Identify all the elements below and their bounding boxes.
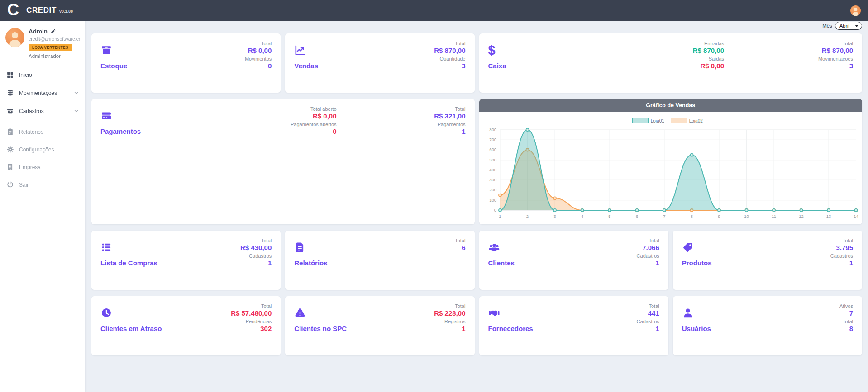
stat-label: Cadastros [240,253,272,259]
svg-text:3: 3 [553,214,556,219]
svg-text:400: 400 [489,167,496,172]
card-produtos[interactable]: Produtos Total 3.795 Cadastros 1 [673,231,862,290]
stat-label: Total [830,238,853,243]
user-menu-avatar[interactable] [850,5,861,16]
stat-value: 8 [839,325,853,332]
card-stats: Total R$ 0,00 Movimentos 0 [245,41,272,71]
user-name-row: Admin [29,28,80,35]
svg-text:2: 2 [526,214,528,219]
stat-value: 1 [434,325,465,332]
stat-label: Ativos [839,303,853,309]
card-stats: Total 7.066 Cadastros 1 [637,238,659,269]
sidebar-item-cadastros[interactable]: Cadastros [0,102,85,120]
sidebar-item-label: Empresa [19,164,41,170]
svg-text:5: 5 [608,214,610,219]
archive-icon [6,107,14,115]
svg-text:1: 1 [499,214,501,219]
card-fornecedores[interactable]: Fornecedores Total 441 Cadastros 1 [479,296,668,355]
stat-label: Entradas [693,41,724,46]
user-email: credit@anronsoftware.co... [29,36,80,42]
stat-label: Movimentos [245,56,272,61]
sidebar-item-label: Início [19,72,32,78]
stat-label: Cadastros [637,319,659,324]
stat-label: Total [434,41,465,46]
svg-text:13: 13 [826,214,831,219]
card-stats: Total R$ 870,00 Movimentações 3 [818,41,853,71]
stat-label: Total [245,41,272,46]
sidebar-menu: Início Movimentações Cadastros Relató [0,66,85,194]
svg-text:12: 12 [799,214,804,219]
stat-value: R$ 0,00 [245,47,272,54]
sidebar-item-label: Movimentações [19,90,57,96]
stat-label: Total [818,41,853,46]
svg-text:9: 9 [718,214,720,219]
stat-value: R$ 57.480,00 [231,309,272,317]
svg-text:4: 4 [581,214,583,219]
sidebar-item-label: Cadastros [19,108,44,114]
sidebar-item-empresa[interactable]: Empresa [0,158,85,176]
card-estoque[interactable]: Estoque Total R$ 0,00 Movimentos 0 [91,33,281,93]
chart-title: Gráfico de Vendas [479,99,863,112]
card-caixa[interactable]: $ Caixa Entradas R$ 870,00 Saídas R$ 0,0… [479,33,863,93]
dollar-icon: $ [488,44,500,56]
card-stats: Total R$ 321,00 Pagamentos 1 [434,106,465,137]
sidebar-item-configuracoes[interactable]: Configurações [0,141,85,158]
card-stats: Total 441 Cadastros 1 [637,303,659,334]
card-title: Relatórios [294,259,465,267]
main-content: Dashboard Início Mês Abril Estoque Total… [85,0,868,355]
card-clientes-em-atraso[interactable]: Clientes em Atraso Total R$ 57.480,00 Pe… [91,296,281,355]
sidebar-item-relatorios[interactable]: Relatórios [0,123,85,141]
card-usuarios[interactable]: Usuários Ativos 7 Total 8 [673,296,862,355]
card-relatorios[interactable]: Relatórios Total 6 [285,231,474,290]
stat-value: R$ 321,00 [434,112,465,120]
stat-value: 3 [434,62,465,70]
store-badge: LOJA VERTENTES [29,44,72,51]
stat-label: Cadastros [830,253,853,259]
stat-label: Cadastros [637,253,659,259]
chart-line-icon [294,44,306,56]
stat-label: Total [637,303,659,309]
sidebar-item-label: Sair [19,182,29,188]
stat-value: 0 [245,62,272,70]
sidebar-item-movimentacoes[interactable]: Movimentações [0,84,85,102]
handshake-icon [488,307,500,319]
card-pagamentos[interactable]: Pagamentos Total aberto R$ 0,00 Pagament… [91,99,475,224]
card-lista-de-compras[interactable]: Lista de Compras Total R$ 430,00 Cadastr… [91,231,281,290]
app-name: CREDIT [26,6,57,15]
stat-value: 3.795 [830,244,853,251]
person-icon [850,5,861,16]
month-select[interactable]: Abril [835,22,862,30]
card-clientes-no-spc[interactable]: Clientes no SPC Total R$ 228,00 Registro… [285,296,474,355]
stat-label: Total [637,238,659,243]
stat-value: R$ 430,00 [240,244,272,251]
sidebar-item-inicio[interactable]: Início [0,66,85,84]
topbar: C CREDIT v0.1.88 [0,0,868,21]
user-name: Admin [29,28,48,35]
sidebar-item-sair[interactable]: Sair [0,176,85,194]
svg-text:6: 6 [635,214,638,219]
clipboard-icon [6,128,14,136]
card-title: Usuários [682,325,853,332]
edit-pencil-icon[interactable] [50,29,56,34]
stat-value: 441 [637,309,659,317]
svg-text:300: 300 [489,177,496,182]
stat-label: Total [434,106,465,112]
card-clientes[interactable]: Clientes Total 7.066 Cadastros 1 [479,231,668,290]
stat-value: R$ 0,00 [291,112,337,120]
card-title: Clientes [488,259,659,267]
sales-chart: 0100200300400500600700800123456789101112… [479,125,863,221]
stat-label: Total [434,303,465,309]
credit-card-icon [100,110,112,122]
stat-label: Total [455,238,465,243]
svg-text:8: 8 [690,214,692,219]
card-stats-mid: Entradas R$ 870,00 Saídas R$ 0,00 [693,41,724,71]
svg-text:500: 500 [489,157,496,162]
card-vendas[interactable]: Vendas Total R$ 870,00 Quantidade 3 [285,33,474,93]
card-stats: Total R$ 870,00 Quantidade 3 [434,41,465,71]
stat-label: Registros [434,319,465,324]
svg-text:200: 200 [489,188,496,193]
sidebar: Admin credit@anronsoftware.co... LOJA VE… [0,21,85,392]
stat-value: 302 [231,325,272,332]
database-icon [6,89,14,97]
stat-label: Total aberto [291,106,337,112]
